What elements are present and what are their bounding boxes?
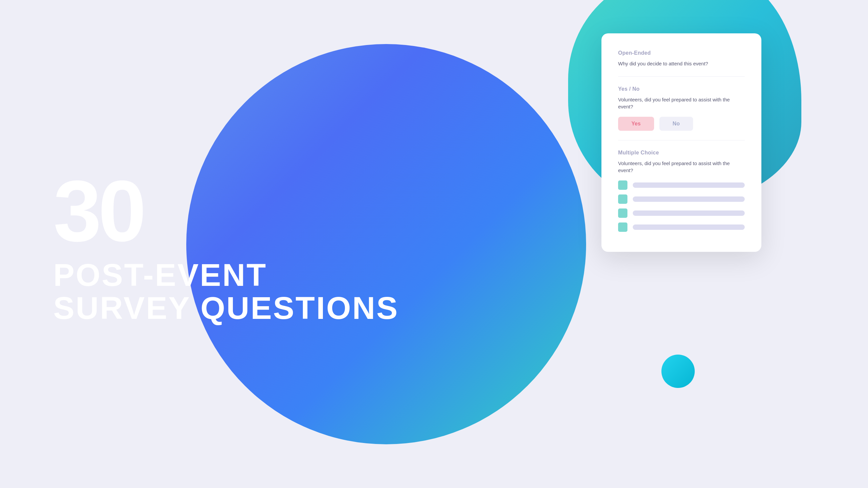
yes-button[interactable]: Yes — [618, 117, 654, 131]
mc-bar-2 — [633, 197, 745, 202]
mc-option-3 — [618, 208, 745, 218]
divider-2 — [618, 140, 745, 140]
hero-line2: SURVEY QUESTIONS — [53, 292, 399, 325]
yes-no-label: Yes / No — [618, 86, 745, 92]
mc-checkbox-3[interactable] — [618, 208, 627, 218]
open-ended-label: Open-Ended — [618, 50, 745, 56]
mc-checkbox-2[interactable] — [618, 195, 627, 204]
survey-card: Open-Ended Why did you decide to attend … — [601, 33, 762, 252]
no-button[interactable]: No — [659, 117, 693, 131]
mc-bar-1 — [633, 182, 745, 188]
divider-1 — [618, 76, 745, 77]
multiple-choice-question: Volunteers, did you feel prepared to ass… — [618, 160, 745, 174]
hero-text: 30 POST-EVENT SURVEY QUESTIONS — [53, 163, 399, 325]
yes-no-question: Volunteers, did you feel prepared to ass… — [618, 96, 745, 110]
hero-number: 30 — [53, 163, 399, 259]
mc-option-1 — [618, 180, 745, 190]
mc-options — [618, 180, 745, 232]
bg-circle-small — [661, 354, 695, 388]
mc-bar-3 — [633, 210, 745, 216]
open-ended-question: Why did you decide to attend this event? — [618, 60, 745, 67]
multiple-choice-section: Multiple Choice Volunteers, did you feel… — [618, 150, 745, 232]
mc-bar-4 — [633, 225, 745, 230]
mc-option-2 — [618, 195, 745, 204]
hero-line1: POST-EVENT — [53, 259, 399, 292]
multiple-choice-label: Multiple Choice — [618, 150, 745, 156]
yn-buttons: Yes No — [618, 117, 745, 131]
mc-checkbox-4[interactable] — [618, 223, 627, 232]
yes-no-section: Yes / No Volunteers, did you feel prepar… — [618, 86, 745, 131]
mc-checkbox-1[interactable] — [618, 180, 627, 190]
mc-option-4 — [618, 223, 745, 232]
open-ended-section: Open-Ended Why did you decide to attend … — [618, 50, 745, 67]
